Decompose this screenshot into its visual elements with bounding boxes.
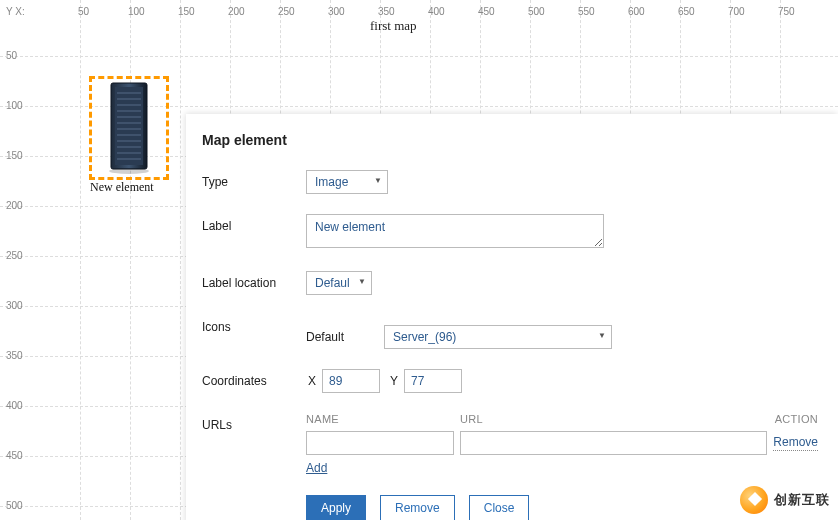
type-label: Type [202,170,306,189]
coord-y-input[interactable] [404,369,462,393]
dialog-title: Map element [202,132,818,148]
svg-point-14 [109,168,149,174]
watermark-text: 创新互联 [774,491,830,509]
label-location-select[interactable]: Default [306,271,372,295]
server-rack-icon [105,81,153,175]
ruler-x: 5010015020025030035040045050055060065070… [0,6,838,20]
icons-label: Icons [202,315,306,334]
label-textarea[interactable] [306,214,604,248]
remove-button[interactable]: Remove [380,495,455,520]
coord-x-label: X [308,374,316,388]
icon-select[interactable]: Server_(96) [384,325,612,349]
urls-label: URLs [202,413,306,432]
url-remove-link[interactable]: Remove [773,435,818,451]
label-label: Label [202,214,306,233]
coordinates-label: Coordinates [202,369,306,388]
coord-x-input[interactable] [322,369,380,393]
urls-head-url: URL [460,413,764,425]
map-title: first map [370,18,417,34]
watermark: 创新互联 [740,486,830,514]
map-element-label: New element [90,180,154,195]
url-url-input[interactable] [460,431,767,455]
coord-y-label: Y [390,374,398,388]
apply-button[interactable]: Apply [306,495,366,520]
url-name-input[interactable] [306,431,454,455]
close-button[interactable]: Close [469,495,530,520]
watermark-icon [740,486,768,514]
urls-head-action: ACTION [764,413,818,425]
type-select[interactable]: Image [306,170,388,194]
map-element-dialog: Map element Type Image Label Label locat… [186,114,838,520]
ruler-y: 50100150200250300350400450500 [6,0,30,520]
urls-head-name: NAME [306,413,460,425]
icons-default-label: Default [306,330,384,344]
map-element-selected[interactable] [89,76,169,180]
label-location-label: Label location [202,271,306,290]
url-add-link[interactable]: Add [306,461,327,475]
